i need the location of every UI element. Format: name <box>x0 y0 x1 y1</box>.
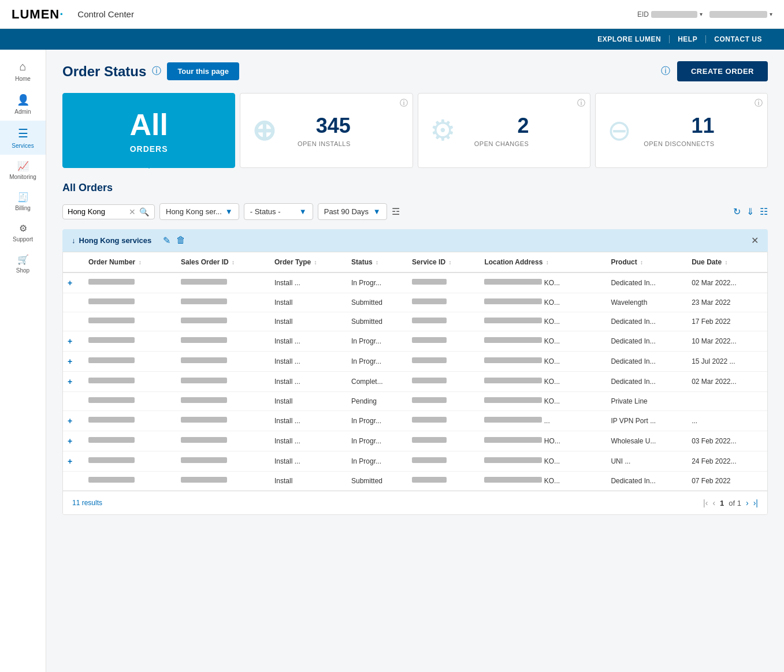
order-number-cell <box>84 411 176 431</box>
sidebar-item-monitoring[interactable]: 📈 Monitoring <box>0 155 46 186</box>
expand-icon[interactable]: + <box>68 377 72 386</box>
contact-us-link[interactable]: CONTACT US <box>706 35 770 43</box>
search-icon[interactable]: 🔍 <box>139 207 149 216</box>
card-changes-label: OPEN CHANGES <box>474 140 529 147</box>
table-row: InstallPending KO...Private Line <box>63 392 767 411</box>
expand-icon[interactable]: + <box>68 278 72 288</box>
due-date-cell: 23 Mar 2022 <box>687 293 767 312</box>
shop-icon: 🛒 <box>17 254 29 265</box>
billing-icon: 🧾 <box>17 192 29 203</box>
close-group-icon[interactable]: ✕ <box>751 235 759 246</box>
due-date-cell: 07 Feb 2022 <box>687 472 767 491</box>
col-due-date[interactable]: Due Date ↕ <box>687 252 767 272</box>
search-input[interactable] <box>68 207 125 216</box>
tour-button[interactable]: Tour this page <box>167 62 239 80</box>
service-id-cell <box>407 352 480 372</box>
last-page-icon[interactable]: ›| <box>753 498 758 507</box>
download-icon[interactable]: ⇓ <box>746 206 754 217</box>
account-selector[interactable]: ▾ <box>709 11 772 18</box>
page-header-right: ⓘ CREATE ORDER <box>661 61 768 81</box>
account-value <box>709 11 767 18</box>
expand-cell: + <box>63 411 84 431</box>
expand-icon[interactable]: + <box>68 457 72 466</box>
expand-cell: + <box>63 451 84 472</box>
create-order-button[interactable]: CREATE ORDER <box>677 61 768 81</box>
service-id-cell <box>407 312 480 331</box>
col-service-id[interactable]: Service ID ↕ <box>407 252 480 272</box>
refresh-icon[interactable]: ↻ <box>733 206 741 217</box>
filter-actions: ↻ ⇓ ☷ <box>733 206 768 217</box>
top-bar: LUMEN· Control Center EID ▾ ▾ <box>0 0 784 29</box>
table-row: + Install ...In Progr... KO...Dedicated … <box>63 352 767 372</box>
card-installs[interactable]: ⓘ ⊕ 345 OPEN INSTALLS <box>240 93 413 168</box>
card-disconnects-label: OPEN DISCONNECTS <box>644 140 714 147</box>
product-cell: Dedicated In... <box>606 312 687 331</box>
group-edit-icon[interactable]: ✎ <box>163 235 170 246</box>
expand-icon[interactable]: + <box>68 337 72 346</box>
sidebar-item-billing[interactable]: 🧾 Billing <box>0 186 46 217</box>
order-type-cell: Install ... <box>270 372 347 392</box>
expand-cell: + <box>63 272 84 293</box>
sidebar-item-admin[interactable]: 👤 Admin <box>0 88 46 121</box>
col-product[interactable]: Product ↕ <box>606 252 687 272</box>
status-cell: Complet... <box>347 372 407 392</box>
clear-search-icon[interactable]: ✕ <box>129 207 136 216</box>
due-date-cell <box>687 392 767 411</box>
service-filter[interactable]: Hong Kong ser... ▼ <box>159 203 239 220</box>
group-sort-icon: ↓ <box>72 236 76 245</box>
group-delete-icon[interactable]: 🗑 <box>176 235 185 246</box>
due-date-cell: 10 Mar 2022... <box>687 331 767 352</box>
card-bg-plus-icon: ⊕ <box>252 114 276 147</box>
eid-selector[interactable]: EID ▾ <box>637 10 703 18</box>
col-order-number[interactable]: Order Number ↕ <box>84 252 176 272</box>
explore-lumen-link[interactable]: EXPLORE LUMEN <box>589 35 670 43</box>
due-date-cell: 17 Feb 2022 <box>687 312 767 331</box>
status-filter[interactable]: - Status - ▼ <box>244 203 313 220</box>
service-id-cell <box>407 331 480 352</box>
sidebar-label-support: Support <box>13 236 33 242</box>
sidebar-item-home[interactable]: ⌂ Home <box>0 54 46 88</box>
card-installs-label: OPEN INSTALLS <box>298 140 351 147</box>
help-icon[interactable]: ⓘ <box>152 65 161 77</box>
info-icon[interactable]: ⓘ <box>661 65 670 77</box>
first-page-icon[interactable]: |‹ <box>703 498 708 507</box>
expand-cell: + <box>63 372 84 392</box>
sales-order-id-cell <box>176 372 270 392</box>
date-filter[interactable]: Past 90 Days ▼ <box>318 203 387 220</box>
status-cell: Submitted <box>347 312 407 331</box>
help-link[interactable]: HELP <box>670 35 706 43</box>
sidebar-item-services[interactable]: ☰ Services <box>0 121 46 155</box>
order-type-cell: Install <box>270 472 347 491</box>
location-address-cell: KO... <box>480 293 606 312</box>
expand-cell: + <box>63 352 84 372</box>
sidebar-item-support[interactable]: ⚙ Support <box>0 217 46 248</box>
order-number-cell <box>84 331 176 352</box>
col-order-type[interactable]: Order Type ↕ <box>270 252 347 272</box>
expand-icon[interactable]: + <box>68 416 72 425</box>
card-changes[interactable]: ⓘ ⚙ 2 OPEN CHANGES <box>418 93 590 168</box>
sales-order-id-cell <box>176 431 270 451</box>
card-disconnects[interactable]: ⓘ ⊖ 11 OPEN DISCONNECTS <box>595 93 768 168</box>
col-sales-order-id[interactable]: Sales Order ID ↕ <box>176 252 270 272</box>
col-expand <box>63 252 84 272</box>
col-status[interactable]: Status ↕ <box>347 252 407 272</box>
expand-icon[interactable]: + <box>68 436 72 446</box>
next-page-icon[interactable]: › <box>746 498 749 507</box>
advanced-filter-icon[interactable]: ☲ <box>392 206 400 217</box>
order-number-cell <box>84 293 176 312</box>
due-date-cell: 02 Mar 2022... <box>687 372 767 392</box>
sort-location-icon: ↕ <box>546 259 549 266</box>
sidebar: ⌂ Home 👤 Admin ☰ Services 📈 Monitoring 🧾… <box>0 50 46 672</box>
orders-table: Order Number ↕ Sales Order ID ↕ Order Ty… <box>63 252 767 491</box>
sort-order-number-icon: ↕ <box>139 259 142 266</box>
status-cell: In Progr... <box>347 272 407 293</box>
product-cell: Wavelength <box>606 293 687 312</box>
expand-icon[interactable]: + <box>68 357 72 366</box>
status-cell: Submitted <box>347 472 407 491</box>
prev-page-icon[interactable]: ‹ <box>712 498 715 507</box>
col-location-address[interactable]: Location Address ↕ <box>480 252 606 272</box>
columns-icon[interactable]: ☷ <box>760 206 768 217</box>
card-all[interactable]: All ORDERS <box>62 93 235 168</box>
sidebar-item-shop[interactable]: 🛒 Shop <box>0 248 46 279</box>
sidebar-label-services: Services <box>12 143 34 149</box>
